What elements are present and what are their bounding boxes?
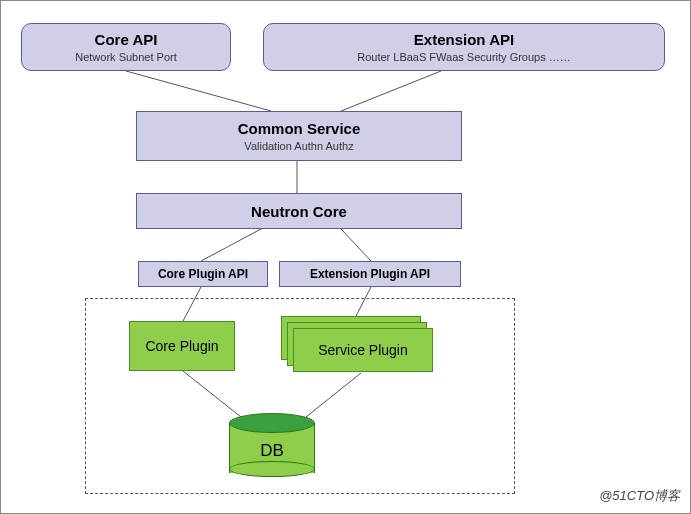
db-cylinder: DB [229,413,315,477]
core-plugin-api-box: Core Plugin API [138,261,268,287]
extension-api-box: Extension API Router LBaaS FWaas Securit… [263,23,665,71]
common-service-title: Common Service [238,120,361,137]
extension-plugin-api-box: Extension Plugin API [279,261,461,287]
common-service-sub: Validation Authn Authz [244,140,353,152]
core-plugin-box: Core Plugin [129,321,235,371]
watermark: @51CTO博客 [599,487,680,505]
core-api-sub: Network Subnet Port [75,51,177,63]
svg-line-4 [341,229,371,261]
svg-line-1 [341,71,441,111]
neutron-core-box: Neutron Core [136,193,462,229]
db-top [229,413,315,433]
extension-api-sub: Router LBaaS FWaas Security Groups …… [357,51,571,63]
db-label: DB [229,441,315,461]
service-plugin-card-front: Service Plugin [293,328,433,372]
core-plugin-api-title: Core Plugin API [158,267,248,281]
core-api-box: Core API Network Subnet Port [21,23,231,71]
extension-plugin-api-title: Extension Plugin API [310,267,430,281]
db-bottom [229,461,315,477]
core-api-title: Core API [95,31,158,48]
service-plugin-stack: Service Plugin [281,316,433,374]
service-plugin-label: Service Plugin [318,342,408,358]
neutron-core-title: Neutron Core [251,203,347,220]
common-service-box: Common Service Validation Authn Authz [136,111,462,161]
svg-line-3 [201,229,261,261]
extension-api-title: Extension API [414,31,514,48]
svg-line-0 [126,71,271,111]
core-plugin-label: Core Plugin [145,338,218,354]
